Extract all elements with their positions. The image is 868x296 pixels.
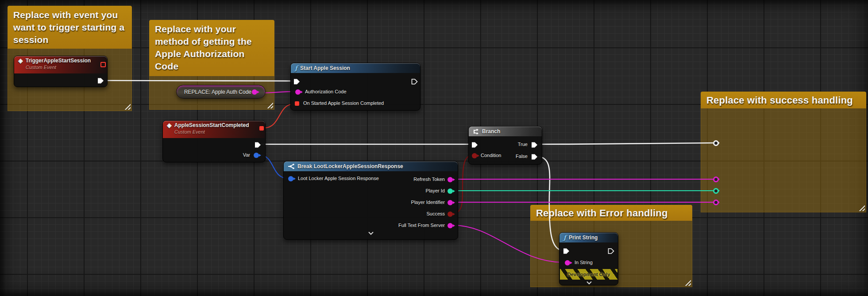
reroute-knot-exec[interactable]: [713, 140, 719, 146]
branch-icon: [473, 128, 479, 135]
comment-success-handling[interactable]: Replace with success handling: [701, 92, 866, 212]
bool-pin-condition[interactable]: [472, 153, 477, 158]
pin-label-refresh-token: Refresh Token: [413, 177, 445, 182]
comment-success-handling-title: Replace with success handling: [701, 92, 866, 108]
wire-exec-true-to-success: [537, 143, 713, 144]
exec-pin-input[interactable]: [471, 142, 478, 148]
node-title: Branch: [482, 128, 500, 135]
comment-auth-code-title: Replace with your method of getting the …: [149, 20, 274, 76]
comment-trigger-session-title: Replace with event you want to trigger s…: [8, 6, 132, 49]
development-only-banner: Development Only: [560, 269, 617, 280]
reroute-knot-player-identifier[interactable]: [713, 200, 719, 205]
node-title: Start Apple Session: [300, 65, 350, 71]
function-icon: ƒ: [563, 234, 566, 241]
string-pin-in-string[interactable]: [565, 260, 570, 265]
node-title: TriggerAppleStartSession: [26, 58, 91, 64]
delegate-pin-output[interactable]: [100, 62, 106, 67]
node-title: Break LootLockerAppleSessionResponse: [297, 163, 403, 169]
node-trigger-apple-start-session[interactable]: ◈ TriggerAppleStartSession Custom Event: [14, 56, 108, 87]
custom-event-icon: ◈: [167, 122, 172, 128]
pin-label-var: Var: [243, 152, 250, 158]
comment-success-handling-body: [701, 108, 866, 212]
node-break-lootlocker-apple-session-response[interactable]: Break LootLockerAppleSessionResponse Loo…: [283, 161, 458, 240]
node-subtitle: Custom Event: [174, 129, 249, 135]
pin-label-player-id: Player Id: [426, 188, 445, 193]
pin-label-player-identifier: Player Identifier: [411, 200, 445, 205]
bool-pin-success[interactable]: [448, 211, 453, 217]
exec-pin-output[interactable]: [608, 248, 614, 254]
blueprint-graph-canvas[interactable]: Replace with event you want to trigger s…: [0, 0, 868, 296]
exec-pin-output[interactable]: [411, 78, 418, 85]
object-pin-var[interactable]: [254, 153, 259, 158]
node-replace-apple-auth-code[interactable]: REPLACE: Apple Auth Code: [176, 85, 266, 99]
exec-pin-input[interactable]: [563, 248, 570, 254]
exec-pin-output[interactable]: [255, 142, 261, 148]
custom-event-icon: ◈: [18, 58, 23, 64]
node-title: AppleSessionStartCompleted: [174, 122, 249, 129]
node-branch[interactable]: Branch True Condition False: [468, 126, 542, 165]
node-title: Print String: [569, 234, 598, 241]
exec-pin-false[interactable]: [531, 154, 538, 160]
pin-label-in-string: In String: [575, 260, 593, 265]
expand-pins-chevron-icon[interactable]: [586, 281, 592, 284]
break-struct-icon: [288, 163, 295, 169]
int-pin-player-id[interactable]: [448, 188, 453, 194]
string-pin-full-text[interactable]: [448, 223, 453, 228]
node-start-apple-session[interactable]: ƒ Start Apple Session Authorization Code…: [290, 63, 420, 111]
object-pin-session-response[interactable]: [288, 176, 293, 181]
node-subtitle: Custom Event: [26, 64, 91, 71]
delegate-pin-on-completed[interactable]: [295, 101, 299, 106]
pin-label-on-completed: On Started Apple Session Completed: [303, 100, 384, 106]
pin-label-session-response: Loot Locker Apple Session Response: [298, 176, 379, 181]
string-pin-player-identifier[interactable]: [448, 200, 453, 205]
string-pin-refresh-token[interactable]: [448, 177, 453, 182]
pin-label-authorization-code: Authorization Code: [305, 89, 347, 94]
pin-label-true: True: [518, 142, 528, 147]
string-pin-authorization-code[interactable]: [295, 89, 301, 95]
reroute-knot-refresh-token[interactable]: [713, 177, 719, 182]
exec-pin-input[interactable]: [293, 78, 300, 85]
pin-label-full-text: Full Text From Server: [398, 223, 445, 228]
exec-pin-true[interactable]: [531, 142, 538, 148]
reroute-knot-player-id[interactable]: [713, 188, 719, 194]
comment-error-handling-title: Replace with Error handling: [530, 205, 692, 221]
expand-pins-chevron-icon[interactable]: [368, 231, 374, 235]
node-apple-session-start-completed[interactable]: ◈ AppleSessionStartCompleted Custom Even…: [162, 120, 266, 162]
pin-label-condition: Condition: [481, 153, 501, 158]
pin-label-success: Success: [426, 211, 445, 216]
delegate-pin-output[interactable]: [259, 126, 264, 131]
node-print-string[interactable]: ƒ Print String In String Development Onl…: [559, 232, 618, 285]
function-icon: ƒ: [295, 65, 297, 71]
pill-label: REPLACE: Apple Auth Code: [184, 89, 251, 95]
pin-label-false: False: [516, 154, 528, 159]
string-pin-output[interactable]: [252, 89, 257, 95]
exec-pin-output[interactable]: [97, 77, 104, 84]
